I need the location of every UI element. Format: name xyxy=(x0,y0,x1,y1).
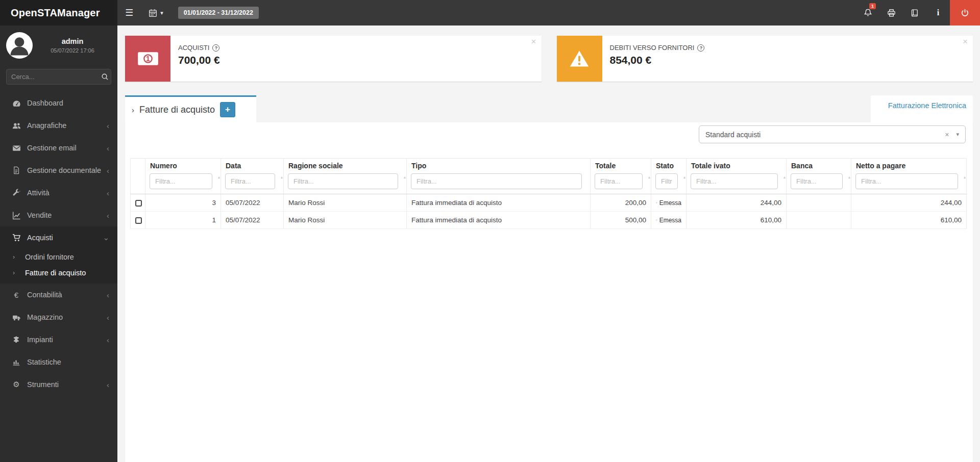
sort-icons[interactable]: ▴ xyxy=(281,175,283,179)
sidebar-search xyxy=(6,69,111,85)
row-checkbox[interactable] xyxy=(135,217,142,224)
search-input[interactable] xyxy=(11,73,101,81)
dropdown-arrow-icon[interactable]: ▾ xyxy=(956,131,959,138)
row-checkbox[interactable] xyxy=(135,200,142,207)
chevron-left-icon: ‹ xyxy=(107,336,109,344)
sidebar-toggle-button[interactable]: ☰ xyxy=(117,0,141,25)
users-icon xyxy=(10,121,22,130)
tab-row: › Fatture di acquisto + Fatturazione Ele… xyxy=(125,95,973,122)
sidebar-item-gestione-email[interactable]: Gestione email ‹ xyxy=(0,137,117,159)
sidebar-item-impianti[interactable]: Impianti ‹ xyxy=(0,328,117,351)
truck-icon xyxy=(10,313,22,322)
records-table: Numero Data Ragione sociale Tipo Totale … xyxy=(130,158,967,229)
card-title: ACQUISTI xyxy=(178,44,209,52)
printer-icon xyxy=(887,9,896,17)
filter-netto-input[interactable] xyxy=(855,173,958,189)
sort-icons[interactable]: ▴ xyxy=(404,175,406,179)
period-picker-button[interactable]: ▾ xyxy=(141,0,171,25)
sort-icons[interactable]: ▴ xyxy=(964,175,966,179)
add-record-button[interactable]: + xyxy=(220,102,235,117)
line-chart-icon xyxy=(10,211,22,220)
sidebar-item-statistiche[interactable]: Statistiche xyxy=(0,351,117,373)
sidebar-item-vendite[interactable]: Vendite ‹ xyxy=(0,204,117,226)
document-icon xyxy=(10,166,22,174)
filter-data-input[interactable] xyxy=(225,173,275,189)
col-totale: Totale xyxy=(591,159,651,171)
avatar[interactable] xyxy=(6,32,33,59)
fatturazione-elettronica-link[interactable]: Fatturazione Elettronica xyxy=(888,101,966,110)
chevron-left-icon: ‹ xyxy=(107,291,109,299)
sort-icons[interactable]: ▴ xyxy=(648,175,650,179)
chevron-left-icon: ‹ xyxy=(107,189,109,197)
sidebar-item-acquisti[interactable]: Acquisti ⌄ xyxy=(0,226,117,249)
calendar-icon xyxy=(149,9,157,17)
filter-row: ▴ ▴ ▴ ▴ ▴ ▴ ▴ ▴ xyxy=(131,171,967,194)
tab-right-panel: Fatturazione Elettronica xyxy=(871,95,973,122)
cart-icon xyxy=(10,234,22,242)
card-value: 854,00 € xyxy=(610,54,705,66)
date-range-badge[interactable]: 01/01/2022 - 31/12/2022 xyxy=(178,7,259,19)
col-numero: Numero xyxy=(145,159,221,171)
filter-tipo-input[interactable] xyxy=(411,173,582,189)
table-row[interactable]: 1 05/07/2022 Mario Rossi Fattura immedia… xyxy=(131,212,967,229)
envelope-icon xyxy=(10,144,22,152)
chevron-left-icon: ‹ xyxy=(107,211,109,220)
tachometer-icon xyxy=(10,99,22,108)
acquisti-submenu: › Ordini fornitore › Fatture di acquisto xyxy=(0,249,117,284)
docs-button[interactable] xyxy=(903,0,926,25)
sort-icons[interactable]: ▴ xyxy=(218,175,220,179)
power-icon xyxy=(961,9,969,17)
sort-icons[interactable]: ▴ xyxy=(783,175,786,179)
filter-stato-input[interactable] xyxy=(655,173,678,189)
table-row[interactable]: 3 05/07/2022 Mario Rossi Fattura immedia… xyxy=(131,194,967,212)
sidebar-item-gestione-documentale[interactable]: Gestione documentale ‹ xyxy=(0,159,117,182)
filter-totale-input[interactable] xyxy=(595,173,643,189)
wrench-icon xyxy=(10,189,22,197)
sidebar-item-dashboard[interactable]: Dashboard xyxy=(0,92,117,114)
col-data: Data xyxy=(221,159,284,171)
puzzle-icon xyxy=(10,336,22,344)
app-logo[interactable]: OpenSTAManager xyxy=(0,0,117,25)
card-debiti-fornitori: DEBITI VERSO FORNITORI ? 854,00 € × xyxy=(557,36,973,82)
sidebar-item-magazzino[interactable]: Magazzino ‹ xyxy=(0,306,117,328)
chevron-right-icon: › xyxy=(13,253,21,261)
filter-numero-input[interactable] xyxy=(150,173,212,189)
close-icon[interactable]: × xyxy=(963,37,968,46)
sort-icons[interactable]: ▴ xyxy=(848,175,850,179)
content-panel: Standard acquisti × ▾ Numero Data Ragion… xyxy=(125,122,973,462)
filter-totale-ivato-input[interactable] xyxy=(691,173,778,189)
sidebar-item-strumenti[interactable]: ⚙ Strumenti ‹ xyxy=(0,373,117,396)
filter-ragione-sociale-input[interactable] xyxy=(288,173,398,189)
sidebar-subitem-ordini-fornitore[interactable]: › Ordini fornitore xyxy=(0,249,117,265)
chevron-left-icon: ‹ xyxy=(107,121,109,130)
chevron-right-icon: › xyxy=(132,106,134,114)
logout-button[interactable] xyxy=(950,0,980,25)
col-totale-ivato: Totale ivato xyxy=(687,159,787,171)
help-icon[interactable]: ? xyxy=(212,44,219,52)
sidebar-item-contabilita[interactable]: € Contabilità ‹ xyxy=(0,284,117,306)
clear-selection-icon[interactable]: × xyxy=(938,131,956,139)
filter-banca-input[interactable] xyxy=(791,173,843,189)
status-badge: Emessa xyxy=(656,212,681,228)
bell-icon xyxy=(864,8,872,17)
info-button[interactable]: i xyxy=(926,0,950,25)
chevron-left-icon: ‹ xyxy=(107,144,109,152)
close-icon[interactable]: × xyxy=(531,37,536,46)
stat-cards: 1 ACQUISTI ? 700,00 € × DEBITI VERSO FOR… xyxy=(125,36,973,82)
sort-icons[interactable]: ▴ xyxy=(683,175,685,179)
sidebar-item-attivita[interactable]: Attività ‹ xyxy=(0,182,117,204)
search-icon[interactable] xyxy=(101,73,109,81)
help-icon[interactable]: ? xyxy=(697,44,704,52)
plugin-select[interactable]: Standard acquisti × ▾ xyxy=(699,125,966,143)
bar-chart-icon xyxy=(10,358,22,366)
sidebar-subitem-fatture-di-acquisto[interactable]: › Fatture di acquisto xyxy=(0,265,117,280)
sidebar-item-anagrafiche[interactable]: Anagrafiche ‹ xyxy=(0,114,117,137)
main-content: 1 ACQUISTI ? 700,00 € × DEBITI VERSO FOR… xyxy=(117,25,980,462)
tab-fatture-di-acquisto[interactable]: › Fatture di acquisto + xyxy=(125,95,256,122)
notifications-button[interactable]: 1 xyxy=(856,0,879,25)
money-bill-icon: 1 xyxy=(125,36,170,82)
col-banca: Banca xyxy=(787,159,851,171)
caret-down-icon: ▾ xyxy=(160,10,163,16)
print-button[interactable] xyxy=(879,0,903,25)
col-netto-a-pagare: Netto a pagare xyxy=(851,159,967,171)
